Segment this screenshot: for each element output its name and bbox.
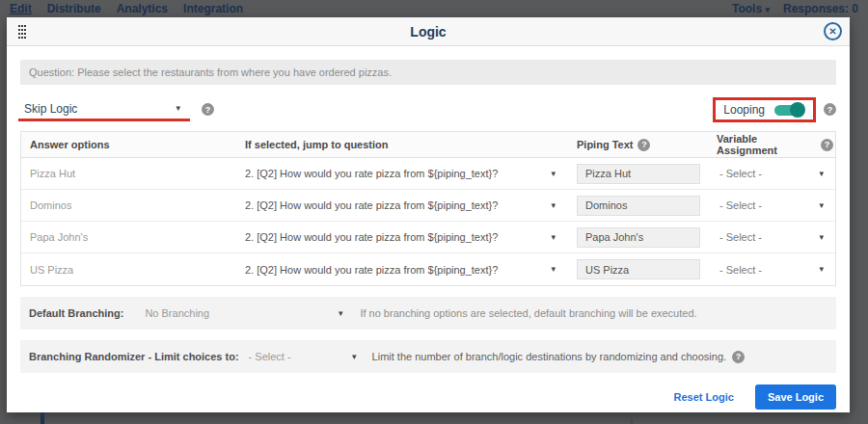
piping-text-input[interactable]: Papa John's	[577, 227, 700, 248]
chevron-down-icon: ▾	[819, 201, 824, 210]
piping-text-input[interactable]: US Pizza	[577, 259, 700, 279]
help-icon[interactable]: ?	[824, 103, 836, 116]
help-icon[interactable]: ?	[202, 103, 214, 116]
help-icon[interactable]: ?	[637, 139, 650, 151]
red-annotation-underline	[18, 119, 190, 121]
randomizer-value: - Select -	[249, 351, 291, 362]
chevron-down-icon: ▾	[819, 265, 824, 274]
help-icon[interactable]: ?	[732, 351, 745, 363]
responses-count[interactable]: Responses: 0	[783, 2, 858, 15]
randomizer-select[interactable]: - Select - ▾	[249, 351, 357, 362]
jump-question-select[interactable]: 2. [Q2] How would you rate pizza from ${…	[245, 264, 573, 276]
logic-table: Answer options If selected, jump to ques…	[20, 131, 836, 286]
variable-assignment-value: - Select -	[719, 199, 762, 211]
jump-question-value: 2. [Q2] How would you rate pizza from ${…	[245, 199, 498, 211]
save-logic-button[interactable]: Save Logic	[755, 384, 836, 410]
nav-item-distribute[interactable]: Distribute	[47, 2, 101, 15]
dialog-body: Question: Please select the restaurants …	[7, 46, 850, 410]
header-jump-label: If selected, jump to question	[245, 139, 389, 150]
jump-question-select[interactable]: 2. [Q2] How would you rate pizza from ${…	[245, 168, 573, 179]
table-row: Pizza Hut 2. [Q2] How would you rate piz…	[21, 158, 835, 190]
backdrop-artifact	[41, 412, 44, 424]
help-icon[interactable]: ?	[821, 139, 833, 151]
table-row: Papa John's 2. [Q2] How would you rate p…	[21, 222, 835, 253]
chevron-down-icon: ▾	[819, 233, 824, 242]
variable-assignment-select[interactable]: - Select - ▾	[708, 168, 833, 179]
table-row: Dominos 2. [Q2] How would you rate pizza…	[21, 190, 835, 222]
branching-randomizer-bar: Branching Randomizer - Limit choices to:…	[20, 340, 836, 373]
variable-assignment-select[interactable]: - Select - ▾	[708, 264, 833, 276]
chevron-down-icon: ▾	[765, 5, 770, 14]
randomizer-label: Branching Randomizer - Limit choices to:	[29, 351, 239, 362]
chevron-down-icon: ▾	[551, 170, 556, 178]
nav-item-analytics[interactable]: Analytics	[117, 2, 168, 15]
backdrop-artifact	[631, 414, 633, 424]
default-branching-select[interactable]: No Branching ▾	[145, 307, 342, 319]
header-piping-label: Piping Text	[577, 139, 633, 150]
tools-menu[interactable]: Tools ▾	[732, 2, 770, 15]
drag-handle-icon[interactable]	[18, 25, 26, 39]
chevron-down-icon: ▾	[352, 353, 357, 361]
default-branching-value: No Branching	[145, 307, 209, 319]
looping-toggle[interactable]	[774, 103, 805, 117]
jump-question-select[interactable]: 2. [Q2] How would you rate pizza from ${…	[245, 231, 573, 243]
default-branching-label: Default Branching:	[29, 307, 123, 319]
tools-label: Tools	[732, 2, 762, 15]
piping-cell: Papa John's	[573, 227, 708, 248]
jump-question-value: 2. [Q2] How would you rate pizza from ${…	[245, 264, 498, 276]
variable-assignment-value: - Select -	[719, 231, 762, 243]
piping-text-input[interactable]: Dominos	[577, 196, 700, 216]
header-answer-options: Answer options	[21, 139, 245, 150]
variable-assignment-value: - Select -	[719, 264, 762, 276]
logic-type-value: Skip Logic	[24, 102, 77, 116]
jump-question-value: 2. [Q2] How would you rate pizza from ${…	[245, 168, 498, 179]
table-row: US Pizza 2. [Q2] How would you rate pizz…	[21, 253, 835, 285]
piping-text-input[interactable]: Pizza Hut	[577, 164, 700, 184]
chevron-down-icon: ▾	[551, 233, 556, 242]
dialog-title: Logic	[7, 24, 850, 40]
red-annotation-box: Looping	[713, 97, 816, 122]
answer-option-label: US Pizza	[21, 264, 245, 276]
variable-assignment-select[interactable]: - Select - ▾	[708, 199, 833, 211]
close-icon[interactable]: ✕	[824, 22, 842, 40]
dialog-header: Logic ✕	[7, 17, 850, 46]
answer-option-label: Papa John's	[21, 231, 245, 243]
nav-item-integration[interactable]: Integration	[183, 2, 243, 15]
toggle-knob	[790, 102, 805, 118]
randomizer-description: Limit the number of branch/logic destina…	[372, 351, 727, 362]
dialog-footer: Reset Logic Save Logic	[20, 384, 836, 410]
question-text: Question: Please select the restaurants …	[29, 66, 392, 78]
jump-question-select[interactable]: 2. [Q2] How would you rate pizza from ${…	[245, 199, 573, 211]
looping-group: Looping ?	[713, 97, 836, 122]
logic-type-row: Skip Logic ▾ ? Looping ?	[20, 96, 836, 122]
top-navbar: Edit Distribute Analytics Integration To…	[0, 0, 868, 16]
header-variable-assignment: Variable Assignment ?	[708, 133, 833, 156]
piping-cell: Dominos	[573, 196, 708, 216]
looping-label: Looping	[723, 103, 765, 117]
variable-assignment-select[interactable]: - Select - ▾	[708, 231, 833, 243]
header-variable-label: Variable Assignment	[717, 133, 816, 156]
piping-cell: Pizza Hut	[573, 164, 708, 184]
piping-cell: US Pizza	[573, 259, 708, 279]
chevron-down-icon: ▾	[551, 265, 556, 274]
chevron-down-icon: ▾	[551, 201, 556, 210]
default-branching-bar: Default Branching: No Branching ▾ If no …	[20, 297, 836, 330]
jump-question-value: 2. [Q2] How would you rate pizza from ${…	[245, 231, 498, 243]
chevron-down-icon: ▾	[339, 309, 343, 318]
reset-logic-button[interactable]: Reset Logic	[674, 391, 734, 403]
answer-option-label: Dominos	[21, 199, 245, 211]
logic-table-rows: Pizza Hut 2. [Q2] How would you rate piz…	[21, 158, 835, 285]
chevron-down-icon: ▾	[176, 104, 180, 113]
header-piping-text: Piping Text ?	[573, 139, 708, 151]
nav-item-edit[interactable]: Edit	[10, 2, 32, 15]
header-jump-question: If selected, jump to question	[245, 139, 573, 150]
table-header-row: Answer options If selected, jump to ques…	[21, 132, 835, 158]
answer-option-label: Pizza Hut	[21, 168, 245, 179]
chevron-down-icon: ▾	[819, 170, 824, 178]
variable-assignment-value: - Select -	[719, 168, 762, 179]
logic-type-select[interactable]: Skip Logic ▾	[20, 100, 184, 119]
default-branching-description: If no branching options are selected, de…	[360, 307, 696, 319]
question-bar: Question: Please select the restaurants …	[20, 60, 836, 85]
logic-dialog: Logic ✕ Question: Please select the rest…	[7, 17, 850, 412]
